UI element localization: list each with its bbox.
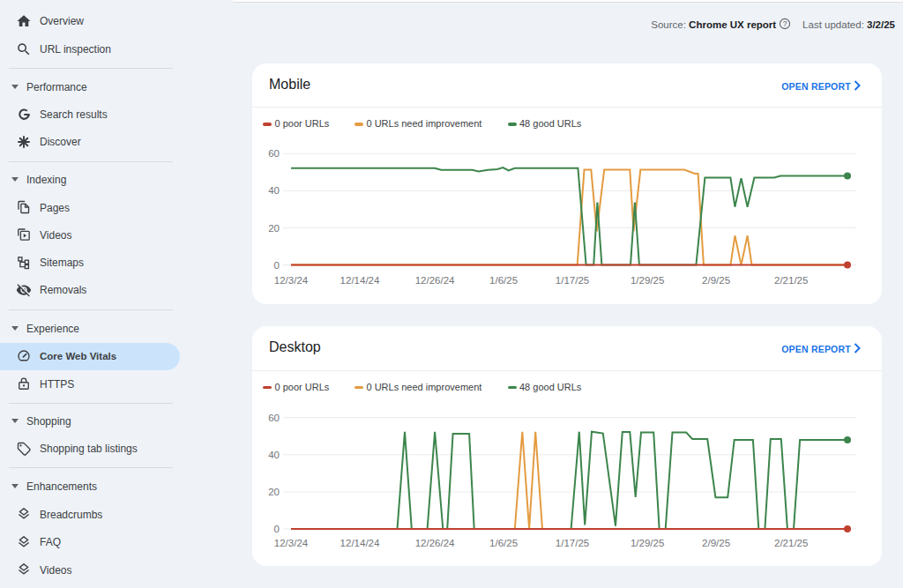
svg-text:20: 20	[268, 487, 280, 497]
svg-text:40: 40	[268, 185, 280, 196]
svg-text:2/21/25: 2/21/25	[774, 538, 808, 548]
svg-text:1/17/25: 1/17/25	[556, 275, 589, 286]
svg-text:12/14/24: 12/14/24	[340, 275, 380, 286]
svg-text:12/14/24: 12/14/24	[340, 538, 380, 548]
svg-text:12/26/24: 12/26/24	[415, 275, 455, 286]
svg-text:2/21/25: 2/21/25	[774, 275, 808, 286]
svg-text:60: 60	[268, 413, 280, 423]
svg-text:40: 40	[268, 450, 280, 460]
svg-text:?: ?	[783, 19, 787, 28]
svg-text:0: 0	[274, 260, 280, 271]
svg-text:1/6/25: 1/6/25	[489, 538, 518, 548]
svg-text:2/9/25: 2/9/25	[702, 538, 730, 548]
svg-text:2/9/25: 2/9/25	[702, 275, 730, 286]
svg-text:1/17/25: 1/17/25	[556, 538, 589, 548]
svg-text:20: 20	[268, 223, 280, 234]
svg-text:1/29/25: 1/29/25	[631, 275, 664, 286]
svg-text:60: 60	[268, 148, 280, 159]
svg-text:12/26/24: 12/26/24	[415, 538, 455, 548]
svg-text:1/6/25: 1/6/25	[489, 275, 518, 286]
svg-text:12/3/24: 12/3/24	[274, 275, 309, 286]
svg-text:0: 0	[274, 524, 280, 534]
svg-text:12/3/24: 12/3/24	[274, 538, 309, 548]
svg-text:1/29/25: 1/29/25	[631, 538, 664, 548]
